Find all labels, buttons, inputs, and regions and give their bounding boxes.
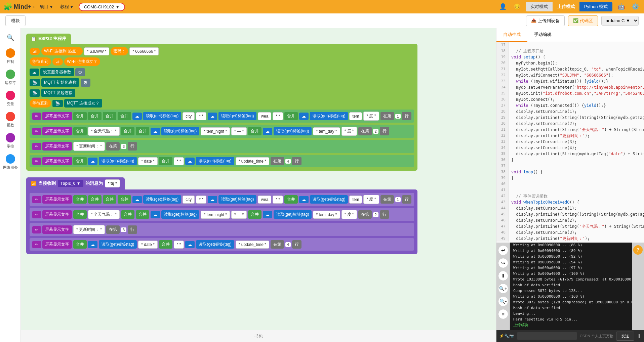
screen-row-1: ✏ 屏幕显示文字 合并 合并 合并 合并 ☁ 读取(get)标签(tag) ci… [30,110,414,123]
logo-text: Mind+ [14,3,32,10]
event-block: 📶 当接收到 Topic_0 ▼ 的消息为 * tq * ✏ 屏幕显示文字 合并… [26,177,491,254]
mode-group: 实时模式 上传模式 Python 模式 [526,2,612,11]
code-tabs: 自动生成 手动编辑 [496,28,644,42]
user-icon[interactable]: 👤 [497,1,508,12]
sidebar-search[interactable]: 🔍 [2,31,19,45]
block-mode-btn[interactable]: 模块 [5,15,26,26]
tab-auto-generate[interactable]: 自动生成 [496,28,527,42]
console-area-wrapper: ↩ ↪ ⬆ 🔍+ 🔍- ≡ Writing at 0x00080000... (… [496,243,644,330]
canvas-area[interactable]: 📋 ESP32 主程序 📶 Wi-Fi 连接到 热点： * SJLWW * 密码… [21,28,496,330]
mqtt-connect-row: 📡 MQTT 发起连接 [30,89,414,97]
sidebar-item-function[interactable]: 函数 [2,110,19,130]
event-screen-row-3: ✏ 屏幕显示文字 * 更新时间： * 在第 3 行 [30,223,414,236]
console-output[interactable]: Writing at 0x00080000... (76 %) Writing … [510,243,632,330]
secondary-toolbar: 模块 📤 上传到设备 ✅ 代码区 arduino C ▼ [0,13,644,28]
right-icons: 👤 😊 实时模式 上传模式 Python 模式 🤖 ⚙️ [497,1,641,12]
console-line: Writing at 0x00090000... (86 %) [513,243,629,248]
sidebar-item-network[interactable]: 网络服务 [2,152,19,172]
app-logo: 🧩 Mind+ + [3,2,35,11]
left-sidebar: 🔍 控制 运符符 变量 函数 掌控 网络服务 [0,28,21,342]
main-program-label: ESP32 主程序 [38,36,66,42]
zoom-in-btn[interactable]: 🔍+ [498,284,508,294]
console-line: Writing at 0x000a0000... (97 %) [513,265,629,271]
zoom-out-btn[interactable]: 🔍- [498,296,508,306]
bookbag-bar: 书包 [21,330,496,342]
event-screen-row-2: ✏ 屏幕显示文字 合并 * 全天气温： * 合并 合并 ☁ 读取(get)标签(… [30,208,414,221]
settings-icon[interactable]: 😊 [512,1,522,12]
csdn-label: CSDN 个人主页万物 [580,334,613,339]
screen-row-3: ✏ 屏幕显示文字 * 更新时间： * 在第 3 行 [30,140,414,153]
nav-tutorial[interactable]: 教程 ▼ [58,2,76,11]
console-line: Wrote 1033088 bytes (617679 compressed) … [513,276,629,282]
expand-btn[interactable]: ⬆ [637,333,641,339]
server-param-row: ☁ 设置服务器参数 ⚙ [30,68,414,76]
event-screen-row-4: ✏ 屏幕显示文字 合并 ☁ 读取(get)标签(tag) * date * 合并… [30,238,414,251]
console-line: Writing at 0x0009c000... (94 %) [513,259,629,265]
event-screen-row-1: ✏ 屏幕显示文字 合并 合并 合并 合并 ☁ 读取(get)标签(tag) ci… [30,193,414,206]
console-line: Writing at 0x000a4000... (100 %) [513,271,629,276]
com-port-badge[interactable]: COM8-CH9102 ▼ [79,3,125,11]
sidebar-item-control[interactable]: 控制 [2,46,19,66]
console-line: Writing at 0x00000000... (100 %) [513,294,629,299]
upload-success: 上传成功 [513,322,629,328]
avatar-icon[interactable]: 🤖 [616,1,627,12]
right-panel: 自动生成 手动编辑 17 18 // 主程序开始 19void setup() … [496,28,644,342]
nav-project[interactable]: 项目 ▼ [38,2,55,11]
console-line: Hard resetting via RTS pin... [513,316,629,322]
upload-device-btn[interactable]: 📤 上传到设备 [526,15,565,26]
wifi-connect-row: 📶 Wi-Fi 连接到 热点： * SJLWW * 密码： * 66666666… [30,47,414,55]
console-line: Hash of data verified. [513,305,629,311]
sidebar-item-variable[interactable]: 变量 [2,89,19,109]
toolbar2-right: 📤 上传到设备 ✅ 代码区 arduino C ▼ [526,15,639,26]
undo-btn[interactable]: ↩ [498,245,508,255]
gear-settings-icon[interactable]: ⚙️ [630,1,641,12]
sidebar-item-ctrl2[interactable]: 掌控 [2,131,19,151]
console-line: Writing at 0x00098000... (92 %) [513,254,629,259]
wait-wifi-row: 等待直到 📶 Wi-Fi 连接成功？ [30,57,414,66]
console-line: Leaving... [513,311,629,316]
console-line: Hash of data verified. [513,282,629,288]
mqtt-init-row: 📡 MQTT 初始化参数 ⚙ [30,78,414,87]
console-line: Compressed 3072 bytes to 128... [513,288,629,294]
serial-icons: ⚡🔧📷 [499,334,514,338]
tab-manual-edit[interactable]: 手动编辑 [527,28,558,42]
main-program-block: 📋 ESP32 主程序 📶 Wi-Fi 连接到 热点： * SJLWW * 密码… [26,34,491,171]
send-button[interactable]: 发送 [616,332,634,341]
main-area: 🔍 控制 运符符 变量 函数 掌控 网络服务 [0,28,644,342]
console-line: Writing at 0x00094000... (89 %) [513,248,629,254]
serial-bar: ⚡🔧📷 CSDN 个人主页万物 发送 ⬆ [496,330,644,342]
upload-btn[interactable]: ⬆ [498,271,508,281]
serial-input[interactable] [517,332,577,340]
bookbag-label: 书包 [254,333,263,339]
help-btn[interactable]: ? [633,245,643,255]
screen-row-4: ✏ 屏幕显示文字 合并 ☁ 读取(get)标签(tag) * date * 合并… [30,155,414,167]
wait-mqtt-row: 等待直到 📡 MQTT 连接成功？ [30,99,414,108]
menu-btn[interactable]: ≡ [498,309,508,319]
sidebar-item-operator[interactable]: 运符符 [2,68,19,87]
canvas-and-bottom: 📋 ESP32 主程序 📶 Wi-Fi 连接到 热点： * SJLWW * 密码… [21,28,496,342]
topbar: 🧩 Mind+ + 项目 ▼ 教程 ▼ COM8-CH9102 ▼ 👤 😊 实时… [0,0,644,13]
python-mode-btn[interactable]: Python 模式 [579,2,612,11]
console-line: Wrote 3072 bytes (128 compressed) at 0x0… [513,299,629,305]
realtime-mode-btn[interactable]: 实时模式 [526,2,553,11]
code-area-btn[interactable]: ✅ 代码区 [568,15,598,26]
upload-mode-btn[interactable]: 上传模式 [553,2,579,11]
code-editor[interactable]: 17 18 // 主程序开始 19void setup() { 20 myPyt… [496,42,644,243]
redo-btn[interactable]: ↪ [498,258,508,268]
arduino-select[interactable]: arduino C ▼ [601,16,639,26]
screen-row-2: ✏ 屏幕显示文字 合并 * 全天气温： * 合并 合并 ☁ 读取(get)标签(… [30,125,414,138]
